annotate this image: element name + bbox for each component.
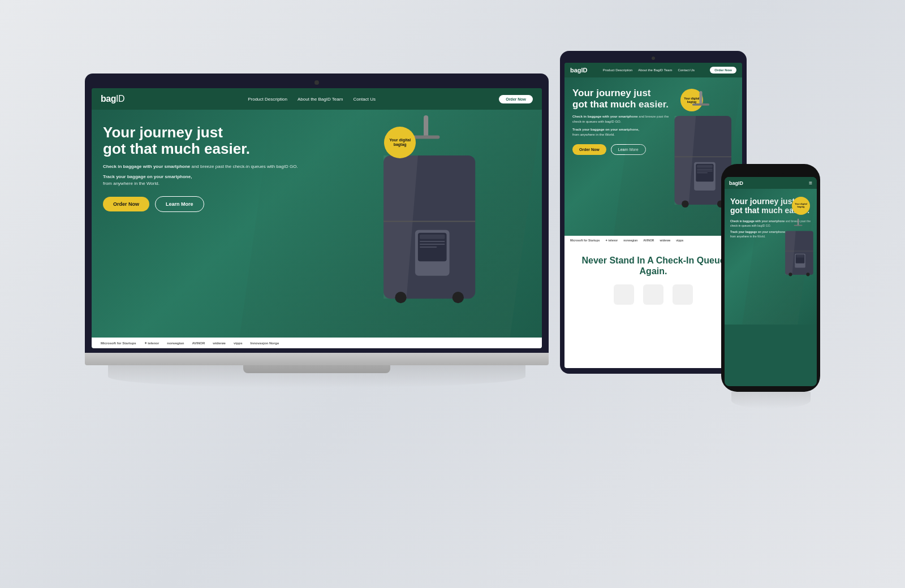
- svg-point-35: [788, 273, 792, 276]
- tablet-order-btn[interactable]: Order Now: [710, 67, 736, 74]
- tablet-logo: bagID: [570, 67, 588, 74]
- tablet-icon-3: [673, 284, 693, 305]
- laptop-partners-bar: Microsoft for Startups ✦ telenor norwegi…: [92, 338, 542, 348]
- laptop-hero: Your digital bagtag Your journey just go…: [92, 110, 542, 338]
- nav-link-contact[interactable]: Contact Us: [353, 97, 376, 102]
- phone-luggage: [782, 192, 817, 307]
- phone-nav: bagID ≡: [725, 177, 817, 189]
- laptop-hero-title: Your journey just got that much easier.: [103, 124, 338, 157]
- svg-rect-10: [420, 247, 437, 248]
- svg-point-12: [453, 292, 464, 303]
- phone-device: bagID ≡: [721, 164, 820, 392]
- tablet-section-title: Never Stand In A Check-In Queue Again.: [572, 255, 734, 276]
- nav-link-team[interactable]: About the BagID Team: [298, 97, 343, 102]
- svg-rect-21: [697, 169, 713, 170]
- svg-rect-26: [798, 219, 799, 226]
- svg-rect-7: [420, 235, 445, 239]
- partner-wideroe: widerøe: [213, 341, 226, 345]
- hamburger-icon[interactable]: ≡: [809, 180, 812, 186]
- laptop-screen: bagID Product Description About the BagI…: [92, 88, 542, 348]
- tablet-partner-wideroe: widerøe: [660, 239, 670, 242]
- phone-notch: [757, 170, 785, 174]
- partner-microsoft: Microsoft for Startups: [101, 341, 136, 345]
- laptop-hero-content: Your journey just got that much easier. …: [103, 124, 531, 212]
- tablet-frame: bagID Product Description About the BagI…: [560, 51, 747, 374]
- phone-site-content: bagID ≡: [725, 177, 817, 386]
- partner-telenor: ✦ telenor: [144, 341, 160, 345]
- svg-rect-23: [697, 172, 708, 173]
- partner-vipps: vipps: [234, 341, 243, 345]
- tablet-icon-2: [643, 284, 663, 305]
- tablet-icons-row: [572, 284, 734, 305]
- tablet-icon-1: [614, 284, 634, 305]
- tablet-screen: bagID Product Description About the BagI…: [564, 63, 742, 368]
- nav-link-product[interactable]: Product Description: [248, 97, 287, 102]
- tablet-partner-norwegian: norwegian: [623, 239, 637, 242]
- laptop-hero-desc1: Check in baggage with your smartphone an…: [103, 163, 325, 170]
- svg-rect-27: [794, 225, 803, 226]
- svg-rect-9: [420, 244, 445, 245]
- laptop-hero-desc2: Track your baggage on your smartphone,fr…: [103, 174, 325, 187]
- tablet-partners: Microsoft for Startups ✦ telenor norwegi…: [564, 236, 742, 245]
- phone-frame: bagID ≡: [721, 164, 820, 392]
- svg-rect-13: [700, 91, 703, 105]
- tablet-partner-telenor: ✦ telenor: [605, 239, 618, 242]
- tablet-nav-team[interactable]: About the BagID Team: [638, 68, 672, 72]
- laptop-device: bagID Product Description About the BagI…: [85, 74, 549, 365]
- svg-rect-14: [692, 103, 709, 106]
- tablet-camera: [652, 57, 655, 60]
- phone-logo: bagID: [729, 180, 743, 186]
- partner-norwegian: norwegian: [167, 341, 184, 345]
- partner-innovasjon: Innovasjon Norge: [251, 341, 279, 345]
- svg-rect-8: [420, 241, 445, 242]
- laptop-hero-learn-btn[interactable]: Learn More: [155, 196, 204, 212]
- svg-rect-33: [796, 255, 804, 256]
- laptop-nav-links: Product Description About the BagID Team…: [248, 97, 376, 102]
- tablet-partner-avinor: AVINOR: [643, 239, 654, 242]
- laptop-digital-badge: Your digital bagtag: [384, 127, 416, 158]
- tablet-hero: Your digital bagtag Your journey just go…: [564, 77, 742, 236]
- laptop-order-btn[interactable]: Order Now: [499, 95, 533, 103]
- svg-point-36: [806, 273, 809, 276]
- tablet-section: Never Stand In A Check-In Queue Again.: [564, 245, 742, 368]
- phone-screen: bagID ≡: [725, 177, 817, 386]
- mockup-scene: bagID Product Description About the BagI…: [85, 51, 820, 537]
- laptop-hero-order-btn[interactable]: Order Now: [103, 197, 149, 211]
- tablet-nav-links: Product Description About the BagID Team…: [603, 68, 695, 72]
- tablet-nav-contact[interactable]: Contact Us: [678, 68, 695, 72]
- laptop-hero-buttons: Order Now Learn More: [103, 196, 531, 212]
- svg-point-24: [682, 201, 689, 208]
- tablet-nav: bagID Product Description About the BagI…: [564, 63, 742, 77]
- laptop-nav: bagID Product Description About the BagI…: [92, 88, 542, 110]
- laptop-camera: [314, 80, 319, 85]
- partner-avinor: AVINOR: [192, 341, 205, 345]
- tablet-nav-product[interactable]: Product Description: [603, 68, 632, 72]
- laptop-frame: bagID Product Description About the BagI…: [85, 74, 549, 353]
- tablet-partner-microsoft: Microsoft for Startups: [570, 239, 600, 242]
- tablet-site-content: bagID Product Description About the BagI…: [564, 63, 742, 368]
- svg-rect-34: [796, 257, 804, 258]
- svg-rect-20: [697, 165, 713, 168]
- svg-point-11: [395, 292, 406, 303]
- tablet-partner-vipps: vipps: [676, 239, 683, 242]
- svg-rect-22: [697, 171, 713, 171]
- laptop-badge-text: Your digital bagtag: [384, 138, 416, 148]
- laptop-base: [85, 353, 549, 365]
- tablet-device: bagID Product Description About the BagI…: [560, 51, 747, 374]
- laptop-logo: bagID: [101, 94, 124, 104]
- laptop-site-content: bagID Product Description About the BagI…: [92, 88, 542, 348]
- tablet-hero-order-btn[interactable]: Order Now: [572, 144, 606, 155]
- phone-hero: Your digital bagtag Your journey just go…: [725, 189, 817, 325]
